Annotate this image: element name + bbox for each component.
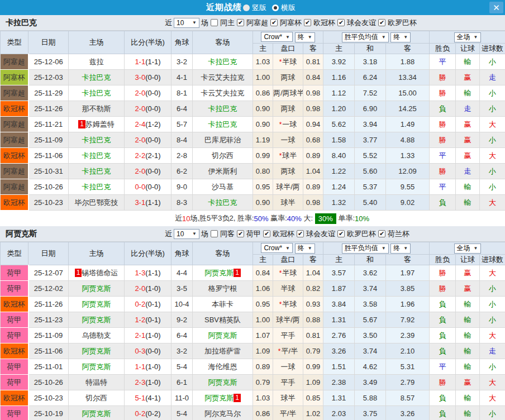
- chevron-down-icon: ▼: [382, 35, 386, 40]
- horizontal-layout-label[interactable]: 横版: [281, 3, 296, 13]
- handicap-result: 赢: [456, 148, 480, 164]
- away-team-name: 本菲卡: [212, 300, 234, 308]
- league-checkbox-4[interactable]: ✔: [378, 230, 385, 237]
- home-team-cell: 阿贾克斯: [69, 359, 125, 375]
- league-checkbox-3[interactable]: ✔: [337, 19, 345, 26]
- fulltime-score: 2-0: [135, 104, 145, 113]
- handicap-home-odds: 1.00: [253, 70, 273, 85]
- handicap-away-odds: 0.98: [303, 101, 323, 117]
- handicap-line-text: 两球: [281, 73, 296, 82]
- euro-away-odds: 12.09: [386, 164, 430, 179]
- euro-draw-odds: 5.67: [355, 312, 386, 328]
- league-checkbox-2[interactable]: ✔: [304, 19, 311, 26]
- col-eu-away-header: 客: [386, 44, 430, 54]
- league-badge: 荷甲: [1, 312, 28, 328]
- close-icon[interactable]: ✕: [489, 2, 503, 13]
- away-team-name: 卡拉巴克: [208, 58, 237, 66]
- euro-home-odds: 1.16: [323, 70, 355, 85]
- col-result-header: 胜负: [430, 255, 456, 265]
- euro-away-odds: 3.85: [386, 281, 430, 297]
- corner-count: 5-4: [171, 359, 193, 375]
- summary-row: 近10场,胜5平3负2, 胜率:50% 赢率:40% 大: 30% 单率:10%: [0, 211, 505, 226]
- euro-home-odds: 1.24: [323, 179, 355, 195]
- recent-count-select[interactable]: 10▼: [174, 229, 199, 239]
- match-result: 勝: [430, 132, 456, 148]
- recent-count-value: 10: [177, 19, 184, 27]
- match-date: 25-11-09: [28, 132, 69, 148]
- match-result: 勝: [430, 70, 456, 85]
- home-team-cell: 卡拉巴克: [69, 70, 125, 85]
- final-odds-select-2[interactable]: 终▼: [390, 32, 411, 42]
- full-match-select[interactable]: 全场▼: [454, 32, 481, 42]
- same-venue-checkbox[interactable]: [211, 230, 218, 237]
- corner-count: 4-4: [171, 265, 193, 281]
- match-date: 25-10-19: [28, 406, 69, 420]
- league-checkbox-0[interactable]: ✔: [237, 19, 244, 26]
- euro-draw-odds: 3.49: [355, 375, 386, 390]
- handicap-result: 輸: [456, 85, 480, 101]
- table-row: 欧冠杯25-10-23切尔西5-1(4-1)11-0阿贾克斯11.03球半0.8…: [1, 390, 505, 406]
- vertical-layout-radio[interactable]: [243, 4, 250, 11]
- league-badge: 荷甲: [1, 281, 28, 297]
- euro-away-odds: 3.26: [386, 406, 430, 420]
- goals-result: 小: [480, 297, 505, 312]
- league-checkbox-0[interactable]: ✔: [237, 230, 244, 237]
- away-team-name: 卡云艾夫拉克: [201, 89, 245, 97]
- match-result: 勝: [430, 375, 456, 390]
- full-match-select[interactable]: 全场▼: [454, 244, 481, 254]
- final-odds-select[interactable]: 终▼: [295, 32, 315, 42]
- bookmaker-select[interactable]: Crow*▼: [261, 243, 293, 253]
- euro-draw-odds: 5.88: [355, 390, 386, 406]
- wdl-average-select[interactable]: 胜平负均值▼: [342, 244, 389, 254]
- away-team-cell: 卡云艾夫拉克: [193, 70, 253, 85]
- bookmaker-select[interactable]: Crow*▼: [261, 32, 293, 42]
- home-team-cell: 卡拉巴克: [69, 148, 125, 164]
- chevron-down-icon: ▼: [308, 246, 312, 251]
- handicap-line-text: 半球: [282, 269, 297, 277]
- chevron-down-icon: ▼: [382, 246, 386, 251]
- euro-home-odds: 1.32: [323, 195, 355, 211]
- recent-count-select[interactable]: 10▼: [174, 18, 199, 28]
- halftime-score: (0-1): [145, 300, 160, 308]
- home-team-cell: 切尔西: [69, 390, 125, 406]
- league-badge: 荷甲: [1, 375, 28, 390]
- euro-away-odds: 7.92: [386, 312, 430, 328]
- league-checkbox-1[interactable]: ✔: [270, 19, 278, 26]
- handicap-line-text: 一球: [282, 120, 297, 128]
- euro-home-odds: 1.20: [323, 101, 355, 117]
- corner-count: 6-2: [171, 164, 193, 179]
- handicap-line-text: 平/半: [280, 409, 297, 418]
- league-checkbox-1[interactable]: ✔: [263, 230, 270, 237]
- chevron-down-icon: ▼: [285, 246, 290, 251]
- match-result: 負: [430, 406, 456, 420]
- summary-segment-10: 10%: [355, 214, 369, 223]
- euro-away-odds: 1.97: [386, 265, 430, 281]
- final-odds-select[interactable]: 终▼: [295, 244, 315, 254]
- horizontal-layout-radio[interactable]: [272, 4, 279, 11]
- match-date: 25-10-31: [28, 164, 69, 179]
- euro-away-odds: 1.96: [386, 297, 430, 312]
- vertical-layout-label[interactable]: 竖版: [252, 3, 266, 13]
- score-cell: 2-2(2-1): [125, 148, 171, 164]
- euro-draw-odds: 6.24: [355, 70, 386, 85]
- league-checkbox-2[interactable]: ✔: [297, 230, 304, 237]
- col-type-header: 类型: [1, 31, 28, 54]
- col-result-header: 胜负: [430, 44, 456, 54]
- league-checkbox-3[interactable]: ✔: [337, 230, 345, 237]
- handicap-away-odds: 1.09: [303, 375, 323, 390]
- goals-result: 小: [480, 281, 505, 297]
- final-odds-select-2[interactable]: 终▼: [390, 244, 411, 254]
- col-date-header: 日期: [28, 242, 69, 265]
- chevron-down-icon: ▼: [192, 231, 197, 236]
- home-team-name: 阿贾克斯: [82, 284, 111, 293]
- match-date: 25-11-01: [28, 359, 69, 375]
- summary-segment-9: 单率:: [336, 213, 355, 223]
- away-team-cell: 卡拉巴克: [193, 54, 253, 70]
- wdl-average-select[interactable]: 胜平负均值▼: [342, 32, 389, 42]
- score-cell: 0-0(0-0): [125, 179, 171, 195]
- handicap-home-odds: 0.84: [253, 265, 273, 281]
- halftime-score: (0-0): [145, 167, 160, 175]
- home-team-name: 阿贾克斯: [82, 409, 111, 418]
- league-checkbox-4[interactable]: ✔: [378, 19, 385, 26]
- same-venue-checkbox[interactable]: [211, 19, 218, 26]
